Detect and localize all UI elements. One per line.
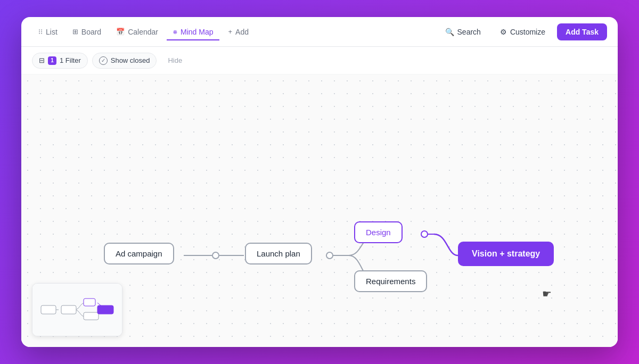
- mini-map-inner: [32, 284, 122, 336]
- design-box: Design: [354, 221, 403, 243]
- calendar-icon: 📅: [116, 28, 125, 36]
- svg-rect-11: [97, 305, 113, 314]
- tab-list[interactable]: ⁝⁝ List: [32, 23, 64, 40]
- search-button[interactable]: 🔍 Search: [438, 24, 488, 40]
- vision-strategy-box: Vision + strategy: [458, 242, 554, 266]
- search-label: Search: [457, 28, 481, 36]
- filter-button[interactable]: ⊟ 1 1 Filter: [32, 53, 88, 69]
- filter-label: 1 Filter: [60, 56, 81, 64]
- ad-campaign-label: Ad campaign: [116, 249, 162, 258]
- requirements-label: Requirements: [366, 277, 415, 286]
- check-circle-icon: ✓: [99, 56, 108, 65]
- plus-icon: +: [228, 28, 232, 36]
- add-task-label: Add Task: [566, 28, 599, 36]
- filter-icon: ⊟: [39, 56, 45, 64]
- tab-board-label: Board: [81, 28, 101, 36]
- customize-label: Customize: [510, 28, 545, 36]
- tab-add-label: Add: [235, 28, 249, 36]
- mini-map-svg: [40, 291, 114, 328]
- svg-rect-8: [61, 305, 76, 314]
- nav-right: 🔍 Search ⚙ Customize Add Task: [438, 23, 607, 40]
- design-label: Design: [366, 228, 391, 237]
- launch-plan-box: Launch plan: [245, 243, 312, 264]
- add-task-button[interactable]: Add Task: [557, 23, 607, 40]
- customize-button[interactable]: ⚙ Customize: [493, 24, 553, 40]
- svg-rect-9: [84, 299, 95, 306]
- hide-label: Hide: [168, 56, 182, 64]
- tab-add[interactable]: + Add: [222, 23, 255, 40]
- filter-bar: ⊟ 1 1 Filter ✓ Show closed Hide: [21, 47, 618, 75]
- svg-rect-10: [84, 312, 99, 320]
- show-closed-button[interactable]: ✓ Show closed: [92, 53, 157, 69]
- launch-plan-node[interactable]: Launch plan: [245, 243, 312, 264]
- ad-campaign-node[interactable]: Ad campaign: [104, 243, 174, 264]
- list-icon: ⁝⁝: [38, 28, 43, 36]
- tab-list-label: List: [46, 28, 58, 36]
- tab-calendar[interactable]: 📅 Calendar: [110, 23, 165, 40]
- search-icon: 🔍: [445, 28, 454, 36]
- tab-board[interactable]: ⊞ Board: [66, 23, 108, 40]
- connector-3: [421, 230, 428, 238]
- requirements-node[interactable]: Requirements: [354, 270, 427, 292]
- board-icon: ⊞: [72, 28, 78, 36]
- svg-rect-7: [41, 305, 56, 314]
- vision-strategy-node[interactable]: Vision + strategy: [458, 242, 554, 266]
- cursor-indicator: ☛: [542, 287, 552, 300]
- tab-mindmap[interactable]: ⎈ Mind Map: [167, 23, 219, 40]
- ad-campaign-box: Ad campaign: [104, 243, 174, 264]
- tab-mindmap-label: Mind Map: [181, 28, 213, 36]
- app-window: ⁝⁝ List ⊞ Board 📅 Calendar ⎈ Mind Map + …: [21, 17, 618, 347]
- gear-icon: ⚙: [500, 28, 507, 36]
- hide-button[interactable]: Hide: [161, 53, 189, 68]
- mindmap-icon: ⎈: [173, 28, 177, 36]
- show-closed-label: Show closed: [111, 56, 150, 64]
- requirements-box: Requirements: [354, 270, 427, 292]
- design-node[interactable]: Design: [354, 221, 403, 243]
- top-nav: ⁝⁝ List ⊞ Board 📅 Calendar ⎈ Mind Map + …: [21, 17, 618, 47]
- connector-1: [212, 252, 219, 259]
- filter-count-badge: 1: [48, 56, 56, 65]
- connector-2: [326, 252, 333, 259]
- tab-calendar-label: Calendar: [128, 28, 158, 36]
- mini-map[interactable]: [32, 283, 122, 336]
- mindmap-canvas[interactable]: Ad campaign Launch plan Design: [21, 75, 618, 347]
- launch-plan-label: Launch plan: [257, 249, 300, 258]
- vision-strategy-label: Vision + strategy: [472, 249, 540, 258]
